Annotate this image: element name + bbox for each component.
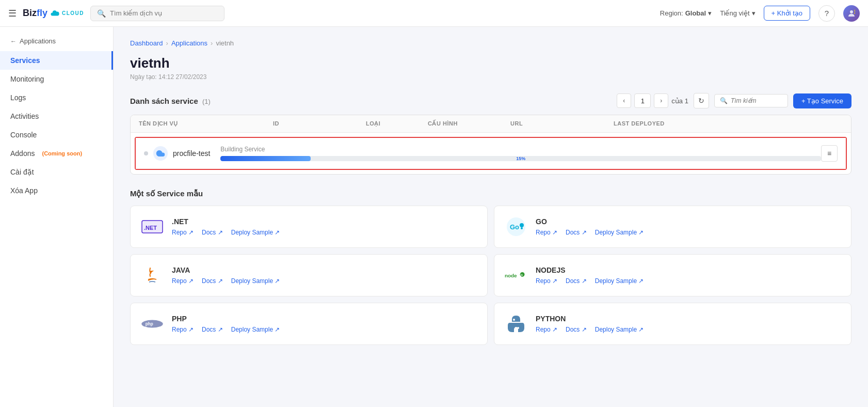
sidebar-label-services: Services: [10, 56, 40, 65]
go-logo-svg: Go: [505, 215, 527, 238]
page-title: vietnh: [130, 55, 851, 71]
create-button[interactable]: + Khởi tạo: [764, 6, 810, 21]
service-row: procfile-test Building Service 15% ≡: [136, 138, 846, 169]
python-deploy-link[interactable]: Deploy Sample ↗: [595, 326, 644, 333]
go-docs-link[interactable]: Docs ↗: [566, 229, 587, 236]
sidebar-label-addons: Addons: [10, 149, 35, 158]
java-deploy-link[interactable]: Deploy Sample ↗: [231, 277, 280, 285]
service-list-title-text: Danh sách service: [130, 97, 198, 105]
svg-text:node: node: [505, 273, 517, 278]
back-to-applications[interactable]: ← Applications: [0, 33, 113, 49]
help-button[interactable]: ?: [818, 5, 835, 22]
php-links: Repo ↗ Docs ↗ Deploy Sample ↗: [172, 326, 477, 333]
sidebar-item-settings[interactable]: Cài đặt: [0, 163, 113, 181]
search-icon: 🔍: [97, 9, 106, 18]
refresh-button[interactable]: ↻: [694, 93, 709, 108]
sidebar-label-delete: Xóa App: [10, 186, 38, 195]
service-search[interactable]: 🔍: [714, 94, 788, 107]
python-links: Repo ↗ Docs ↗ Deploy Sample ↗: [536, 326, 841, 333]
sample-card-dotnet: .NET .NET Repo ↗ Docs ↗ Deploy Sample ↗: [130, 206, 488, 248]
svg-point-0: [850, 10, 853, 13]
logo-cloud-text: CLOUD: [62, 10, 84, 16]
sidebar-label-console: Console: [10, 131, 37, 139]
coming-soon-badge: (Coming soon): [42, 150, 82, 156]
java-logo: [141, 264, 164, 287]
python-docs-link[interactable]: Docs ↗: [566, 326, 587, 333]
lang-selector[interactable]: Tiếng việt ▾: [720, 9, 755, 17]
create-service-button[interactable]: + Tạo Service: [793, 93, 851, 108]
global-search[interactable]: 🔍: [90, 6, 224, 21]
svg-point-14: [517, 327, 519, 329]
php-docs-link[interactable]: Docs ↗: [202, 326, 223, 333]
java-docs-link[interactable]: Docs ↗: [202, 277, 223, 285]
col-type: LOẠI: [366, 120, 428, 127]
sidebar-item-logs[interactable]: Logs: [0, 88, 113, 107]
dotnet-docs-link[interactable]: Docs ↗: [202, 229, 223, 236]
sidebar-label-monitoring: Monitoring: [10, 75, 44, 83]
sidebar-item-services[interactable]: Services: [0, 51, 113, 70]
dotnet-deploy-link[interactable]: Deploy Sample ↗: [231, 229, 280, 236]
dotnet-name: .NET: [172, 217, 477, 226]
sidebar-item-delete-app[interactable]: Xóa App: [0, 181, 113, 200]
php-repo-link[interactable]: Repo ↗: [172, 326, 194, 333]
dotnet-info: .NET Repo ↗ Docs ↗ Deploy Sample ↗: [172, 217, 477, 236]
col-config: CẤU HÌNH: [428, 120, 510, 127]
nodejs-name: NODEJS: [536, 266, 841, 274]
nodejs-repo-link[interactable]: Repo ↗: [536, 277, 557, 285]
progress-bar-wrap: 15%: [220, 156, 821, 161]
go-repo-link[interactable]: Repo ↗: [536, 229, 557, 236]
sidebar-item-addons[interactable]: Addons (Coming soon): [0, 144, 113, 163]
nodejs-links: Repo ↗ Docs ↗ Deploy Sample ↗: [536, 277, 841, 285]
avatar-button[interactable]: [843, 5, 860, 22]
next-page-button[interactable]: ›: [654, 93, 668, 108]
breadcrumb-dashboard[interactable]: Dashboard: [130, 39, 163, 47]
sidebar-item-monitoring[interactable]: Monitoring: [0, 70, 113, 88]
sidebar-label-activities: Activities: [10, 112, 39, 120]
service-search-icon: 🔍: [720, 97, 728, 104]
dotnet-repo-link[interactable]: Repo ↗: [172, 229, 194, 236]
svg-point-7: [521, 227, 523, 229]
go-info: GO Repo ↗ Docs ↗ Deploy Sample ↗: [536, 217, 841, 236]
svg-text:php: php: [146, 322, 153, 326]
service-search-input[interactable]: [731, 97, 782, 104]
sample-card-go: Go GO Repo ↗ Docs ↗ Deploy Sample ↗: [494, 206, 851, 248]
progress-pct-label: 15%: [516, 156, 525, 161]
java-repo-link[interactable]: Repo ↗: [172, 277, 194, 285]
service-build-progress: Building Service 15%: [210, 146, 821, 161]
region-selector[interactable]: Region: Global ▾: [660, 9, 712, 17]
breadcrumb-applications[interactable]: Applications: [171, 39, 207, 47]
dotnet-logo-svg: .NET: [141, 215, 164, 238]
lang-value: Tiếng việt: [720, 9, 749, 17]
search-input[interactable]: [110, 9, 218, 17]
php-deploy-link[interactable]: Deploy Sample ↗: [231, 326, 280, 333]
hamburger-menu[interactable]: ☰: [8, 8, 17, 19]
php-logo: php: [141, 312, 164, 335]
nodejs-docs-link[interactable]: Docs ↗: [566, 277, 587, 285]
logo-cloud-icon: [50, 9, 59, 18]
table-header: TÊN DỊCH VỤ ID LOẠI CẤU HÌNH URL LAST DE…: [131, 115, 851, 133]
page-total-label: của 1: [671, 97, 688, 105]
service-list-controls: ‹ 1 › của 1 ↻ 🔍 + Tạo Service: [617, 93, 851, 108]
samples-grid: .NET .NET Repo ↗ Docs ↗ Deploy Sample ↗: [130, 206, 851, 345]
row-menu-button[interactable]: ≡: [821, 145, 838, 162]
sidebar-label-logs: Logs: [10, 93, 26, 102]
svg-text:.NET: .NET: [144, 225, 157, 231]
sidebar-item-activities[interactable]: Activities: [0, 107, 113, 126]
prev-page-button[interactable]: ‹: [617, 93, 631, 108]
service-name: procfile-test: [173, 149, 210, 158]
back-arrow-icon: ←: [10, 38, 17, 45]
sidebar: ← Applications Services Monitoring Logs …: [0, 27, 114, 407]
nodejs-deploy-link[interactable]: Deploy Sample ↗: [595, 277, 644, 285]
go-deploy-link[interactable]: Deploy Sample ↗: [595, 229, 644, 236]
java-info: JAVA Repo ↗ Docs ↗ Deploy Sample ↗: [172, 266, 477, 285]
sample-card-python: PYTHON Repo ↗ Docs ↗ Deploy Sample ↗: [494, 303, 851, 345]
main-layout: ← Applications Services Monitoring Logs …: [0, 27, 868, 407]
python-repo-link[interactable]: Repo ↗: [536, 326, 557, 333]
service-list-title-wrap: Danh sách service (1): [130, 97, 211, 105]
python-logo-svg: [506, 314, 526, 334]
back-label: Applications: [20, 37, 56, 45]
php-logo-svg: php: [141, 317, 164, 331]
sidebar-item-console[interactable]: Console: [0, 126, 113, 144]
service-table: TÊN DỊCH VỤ ID LOẠI CẤU HÌNH URL LAST DE…: [130, 115, 851, 175]
python-name: PYTHON: [536, 315, 841, 323]
